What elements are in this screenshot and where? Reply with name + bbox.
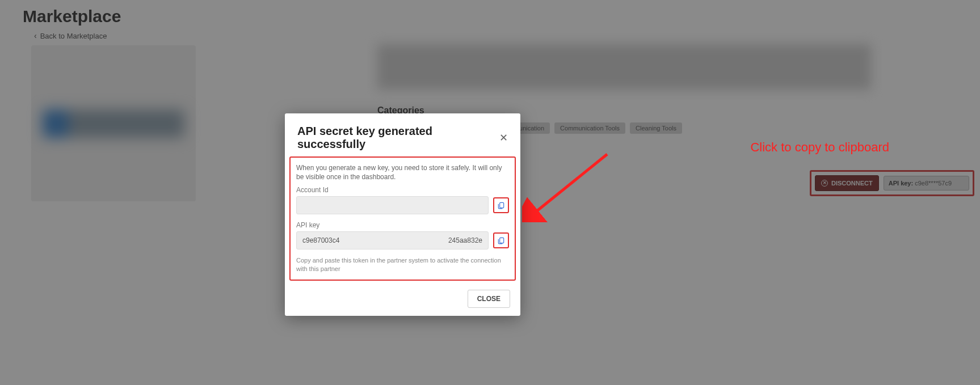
svg-rect-1 — [500, 203, 504, 208]
svg-rect-2 — [500, 238, 504, 243]
modal-body-highlight: When you generate a new key, you need to… — [289, 156, 516, 281]
copy-account-id-button[interactable] — [493, 197, 509, 213]
annotation-copy-hint: Click to copy to clipboard — [750, 140, 889, 155]
api-key-input[interactable]: c9e87003c4 245aa832e — [296, 231, 489, 249]
copy-api-key-button[interactable] — [493, 232, 509, 248]
account-id-input[interactable] — [296, 196, 489, 214]
modal-title: API secret key generated successfully — [297, 125, 499, 151]
account-id-label: Account Id — [296, 186, 509, 194]
modal-close-button[interactable]: ✕ — [499, 133, 508, 143]
clipboard-icon — [497, 236, 505, 244]
api-key-label: API key — [296, 221, 509, 229]
close-icon: ✕ — [499, 132, 508, 143]
modal-description: When you generate a new key, you need to… — [296, 163, 509, 181]
api-key-value-right: 245aa832e — [448, 236, 482, 244]
api-key-helper-text: Copy and paste this token in the partner… — [296, 256, 509, 273]
clipboard-icon — [497, 201, 505, 209]
modal-close-footer-button[interactable]: CLOSE — [468, 290, 510, 308]
api-key-modal: API secret key generated successfully ✕ … — [285, 113, 520, 316]
api-key-value-left: c9e87003c4 — [302, 236, 339, 244]
